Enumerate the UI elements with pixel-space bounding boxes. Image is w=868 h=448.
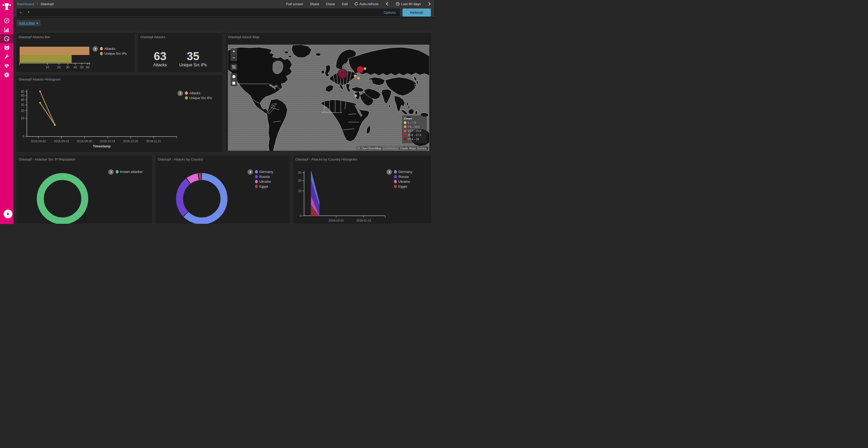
legend-toggle[interactable]: [108, 169, 114, 175]
add-filter-button[interactable]: Add a filter +: [17, 20, 40, 26]
wrench-icon: [4, 54, 10, 60]
chevron-left-icon: [386, 2, 389, 6]
attack-location-dot[interactable]: [354, 95, 357, 97]
attack-location-dot[interactable]: [354, 75, 356, 77]
legend: GermanyRussiaUkraineEgypt: [247, 170, 273, 188]
legend-item[interactable]: Attacks: [185, 91, 212, 95]
sidebar-item-monitoring[interactable]: [0, 61, 13, 70]
draw-rectangle-button[interactable]: [230, 80, 237, 86]
svg-text:10: 10: [298, 189, 302, 193]
sidebar-expand-button[interactable]: [4, 210, 12, 218]
heartbeat-icon: [4, 63, 10, 69]
legend-toggle[interactable]: [386, 169, 392, 175]
legend: GermanyRussiaUkraineEgypt: [386, 170, 412, 188]
sidebar-item-discover[interactable]: [0, 16, 13, 25]
panel-title: Glastopf Attacks Bar: [16, 33, 135, 39]
legend-item[interactable]: Egypt: [255, 184, 273, 188]
sidebar-item-visualize[interactable]: [0, 25, 13, 34]
legend-item[interactable]: Ukraine: [255, 180, 273, 183]
world-map[interactable]: + −: [228, 45, 429, 151]
attack-location-dot[interactable]: [338, 69, 347, 78]
legend-item[interactable]: Russia: [255, 175, 273, 179]
zoom-out-button[interactable]: −: [230, 55, 237, 61]
svg-text:50: 50: [21, 94, 25, 97]
legend-item[interactable]: Attacks: [100, 47, 127, 50]
legend-swatch: [394, 170, 397, 173]
attack-location-dot[interactable]: [364, 68, 366, 70]
gear-icon: [4, 72, 10, 78]
legend-label: Ukraine: [398, 180, 410, 183]
legend-swatch: [394, 175, 397, 178]
svg-text:20: 20: [298, 179, 302, 182]
legend-item[interactable]: Germany: [394, 170, 412, 174]
sidebar-item-management[interactable]: [0, 70, 13, 79]
legend-item[interactable]: Ukraine: [394, 180, 412, 183]
map-attribution: © OpenStreetMap contributors, Elastic Ma…: [356, 146, 428, 150]
svg-text:40: 40: [73, 66, 77, 69]
time-back-button[interactable]: [385, 2, 389, 6]
auto-refresh-button[interactable]: Auto-refresh: [354, 2, 378, 6]
draw-polygon-button[interactable]: [230, 73, 237, 80]
svg-text:60: 60: [21, 90, 25, 94]
svg-text:20: 20: [57, 66, 61, 69]
map-legend-item: 1 – 7.6: [404, 121, 425, 124]
fit-bounds-button[interactable]: [230, 64, 237, 70]
map-legend-swatch: [404, 130, 406, 132]
timelion-icon: [4, 45, 10, 51]
attack-location-dot[interactable]: [357, 66, 364, 73]
top-actions: Full screen Share Clone Edit Auto-refres…: [286, 2, 431, 6]
terminal-prompt-icon: >_: [20, 10, 24, 14]
panel-title: Glastopf Attack Map: [225, 33, 431, 39]
legend-item[interactable]: Egypt: [394, 184, 412, 188]
zoom-in-button[interactable]: +: [230, 48, 237, 55]
legend-swatch: [394, 185, 397, 188]
metric-label: Unique Src IPs: [179, 63, 207, 67]
metric-value: 63: [153, 50, 167, 62]
legend-item[interactable]: Unique Src IPs: [100, 51, 127, 56]
breadcrumb-separator: /: [37, 2, 38, 6]
svg-text:50: 50: [80, 66, 84, 69]
map-legend-label: 7.6 – 14.2: [408, 125, 420, 128]
legend-label: Egypt: [259, 184, 268, 188]
telekom-t-logo[interactable]: [2, 2, 11, 11]
legend-toggle[interactable]: [92, 46, 98, 51]
legend-item[interactable]: Unique Src IPs: [185, 96, 212, 100]
query-options-link[interactable]: Options: [383, 10, 396, 14]
legend-item[interactable]: Germany: [255, 170, 273, 174]
svg-text:Timestamp: Timestamp: [336, 223, 353, 224]
attack-location-dot[interactable]: [357, 77, 360, 79]
donut-chart: [16, 155, 152, 224]
legend-item[interactable]: Russia: [394, 175, 412, 179]
map-legend-label: 27.4 – 34: [408, 138, 419, 141]
elastic-maps-service-link[interactable]: Elastic Maps Service: [399, 146, 427, 150]
panel-attacks-bar: Glastopf Attacks Bar 102030405060 Attack…: [16, 33, 135, 72]
svg-text:2018-10-28: 2018-10-28: [123, 140, 138, 143]
legend-item[interactable]: known attacker: [116, 170, 143, 174]
legend-toggle[interactable]: [178, 91, 183, 96]
map-legend-item: 14.2 – 20.8: [404, 129, 425, 132]
breadcrumb-dashboard-link[interactable]: Dashboard: [17, 2, 34, 6]
share-button[interactable]: Share: [310, 2, 319, 6]
svg-text:10: 10: [46, 66, 49, 69]
search-input[interactable]: >_ * Options: [17, 8, 400, 16]
legend-label: Russia: [398, 175, 409, 179]
legend-swatch: [116, 170, 119, 173]
edit-button[interactable]: Edit: [342, 2, 348, 6]
sidebar-item-devtools[interactable]: [0, 52, 13, 61]
metric-label: Attacks: [153, 63, 167, 67]
legend-toggle[interactable]: [247, 169, 253, 175]
time-forward-button[interactable]: [428, 2, 431, 6]
refresh-button[interactable]: Refresh: [402, 8, 431, 16]
fullscreen-button[interactable]: Full screen: [286, 2, 303, 6]
time-range-picker[interactable]: Last 90 days: [396, 2, 421, 6]
clone-button[interactable]: Clone: [326, 2, 335, 6]
map-legend-label: 14.2 – 20.8: [408, 129, 421, 132]
sidebar-item-timelion[interactable]: [0, 43, 13, 52]
panel-src-ip-reputation: Glastopf - Attacker Src IP Reputation kn…: [16, 155, 152, 224]
openstreetmap-link[interactable]: OpenStreetMap: [361, 146, 382, 150]
map-legend-item: 27.4 – 34: [404, 138, 425, 141]
svg-text:40: 40: [21, 98, 25, 102]
sidebar-item-dashboard[interactable]: [0, 34, 13, 43]
legend-label: Attacks: [189, 91, 200, 95]
legend-swatch: [185, 91, 188, 95]
